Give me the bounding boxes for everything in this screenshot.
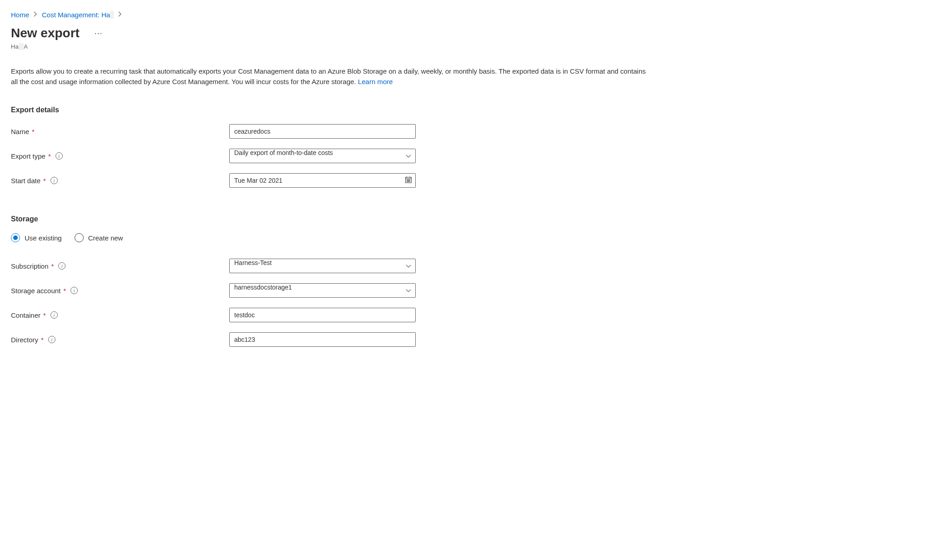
info-icon[interactable]: i	[70, 287, 78, 294]
chevron-right-icon	[34, 11, 37, 18]
required-indicator: *	[48, 152, 51, 160]
learn-more-link[interactable]: Learn more	[358, 78, 393, 85]
breadcrumb-cost-management[interactable]: Cost Management: Ha	[42, 11, 114, 19]
label-subscription: Subscription * i	[11, 262, 229, 270]
radio-label-create-new: Create new	[88, 234, 123, 242]
export-type-select[interactable]: Daily export of month-to-date costs	[229, 149, 416, 163]
label-start-date: Start date * i	[11, 177, 229, 185]
more-button[interactable]: ⋯	[91, 26, 107, 40]
page-title: New export	[11, 26, 80, 40]
info-icon[interactable]: i	[50, 177, 58, 184]
required-indicator: *	[32, 128, 35, 135]
storage-account-select[interactable]: harnessdocstorage1	[229, 283, 416, 298]
radio-use-existing[interactable]: Use existing	[11, 233, 62, 242]
directory-input[interactable]	[229, 332, 416, 347]
form-row-start-date: Start date * i	[11, 173, 925, 188]
start-date-input[interactable]	[229, 173, 416, 188]
label-storage-account: Storage account * i	[11, 287, 229, 295]
info-icon[interactable]: i	[58, 262, 65, 270]
label-directory: Directory * i	[11, 336, 229, 344]
required-indicator: *	[51, 262, 54, 270]
radio-circle-icon	[11, 233, 20, 242]
label-export-type: Export type * i	[11, 152, 229, 160]
subscription-select[interactable]: Harness-Test	[229, 259, 416, 273]
page-description: Exports allow you to create a recurring …	[11, 66, 648, 87]
form-row-export-type: Export type * i Daily export of month-to…	[11, 149, 925, 163]
form-row-storage-account: Storage account * i harnessdocstorage1	[11, 283, 925, 298]
required-indicator: *	[43, 177, 46, 185]
radio-create-new[interactable]: Create new	[75, 233, 123, 242]
form-row-subscription: Subscription * i Harness-Test	[11, 259, 925, 273]
label-container: Container * i	[11, 311, 229, 319]
container-input[interactable]	[229, 308, 416, 322]
section-export-details: Export details	[11, 106, 925, 114]
chevron-right-icon	[118, 11, 122, 18]
info-icon[interactable]: i	[48, 336, 55, 343]
required-indicator: *	[41, 336, 44, 344]
form-row-container: Container * i	[11, 308, 925, 322]
info-icon[interactable]: i	[55, 152, 63, 160]
storage-radio-group: Use existing Create new	[11, 233, 925, 242]
section-storage: Storage	[11, 215, 925, 223]
label-name: Name *	[11, 128, 229, 135]
info-icon[interactable]: i	[50, 311, 58, 319]
page-header: New export ⋯	[11, 26, 925, 40]
required-indicator: *	[63, 287, 66, 295]
form-row-directory: Directory * i	[11, 332, 925, 347]
radio-circle-icon	[75, 233, 84, 242]
required-indicator: *	[43, 311, 46, 319]
breadcrumb: Home Cost Management: Ha	[11, 11, 925, 19]
page-subtitle: Ha A	[11, 43, 925, 50]
radio-label-use-existing: Use existing	[25, 234, 62, 242]
form-row-name: Name *	[11, 124, 925, 139]
breadcrumb-home[interactable]: Home	[11, 11, 29, 19]
name-input[interactable]	[229, 124, 416, 139]
